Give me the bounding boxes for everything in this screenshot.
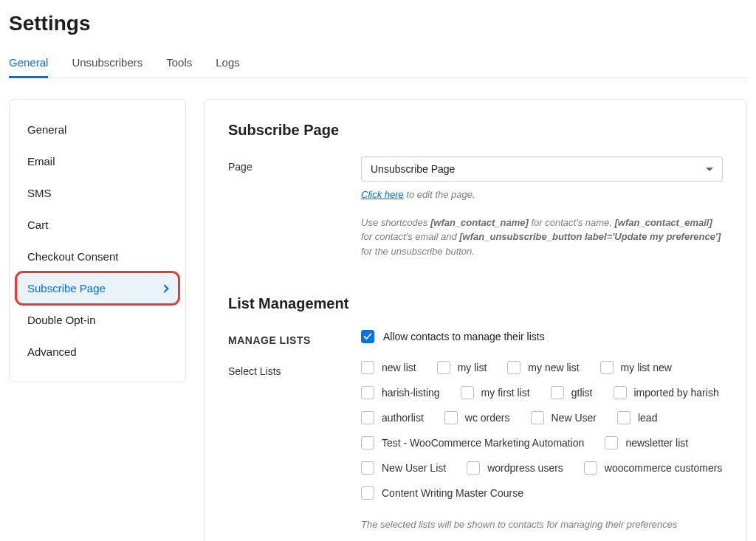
- list-label: my list new: [621, 362, 672, 373]
- list-label: lead: [638, 412, 657, 424]
- list-label: woocommerce customers: [605, 462, 723, 474]
- sidebar-item-email[interactable]: Email: [17, 146, 178, 176]
- sidebar-item-label: General: [27, 123, 66, 136]
- list-checkbox[interactable]: [361, 361, 374, 374]
- page-title: Settings: [9, 12, 747, 35]
- list-checkbox[interactable]: [531, 411, 544, 424]
- list-item: wordpress users: [467, 461, 563, 475]
- list-item: New User: [531, 411, 597, 424]
- list-checkbox[interactable]: [444, 411, 458, 424]
- list-item: gtlist: [551, 386, 593, 399]
- list-checkbox[interactable]: [617, 411, 630, 424]
- sidebar-item-label: Advanced: [27, 345, 77, 358]
- list-label: newsletter list: [625, 437, 688, 449]
- list-checkbox[interactable]: [361, 386, 374, 399]
- sidebar-item-cart[interactable]: Cart: [17, 210, 178, 240]
- sidebar-item-checkout-consent[interactable]: Checkout Consent: [17, 241, 178, 272]
- manage-lists-checkbox-label: Allow contacts to manage their lists: [383, 331, 545, 342]
- tab-logs[interactable]: Logs: [216, 49, 240, 78]
- lists-footer-note: The selected lists will be shown to cont…: [361, 517, 723, 532]
- list-label: New User: [551, 412, 597, 424]
- page-field-label: Page: [228, 156, 361, 173]
- list-checkbox[interactable]: [507, 361, 520, 374]
- list-item: harish-listing: [361, 386, 440, 399]
- list-item: New User List: [361, 461, 446, 475]
- settings-panel: Subscribe Page Page Unsubscribe Page Cli…: [204, 99, 747, 541]
- sidebar-item-general[interactable]: General: [17, 114, 178, 145]
- section-title-subscribe: Subscribe Page: [228, 122, 723, 139]
- page-select-value: Unsubscribe Page: [371, 163, 455, 175]
- list-label: New User List: [382, 462, 446, 474]
- sidebar-item-sms[interactable]: SMS: [17, 178, 178, 208]
- list-label: Test - WooCommerce Marketing Automation: [382, 437, 584, 449]
- list-label: new list: [382, 362, 416, 373]
- list-item: lead: [617, 411, 657, 424]
- select-lists-label: Select Lists: [228, 361, 361, 377]
- list-checkbox[interactable]: [361, 411, 374, 424]
- sidebar-item-label: Cart: [27, 218, 48, 231]
- list-item: Test - WooCommerce Marketing Automation: [361, 436, 584, 449]
- list-checkbox[interactable]: [437, 361, 450, 374]
- sidebar-item-label: Subscribe Page: [27, 282, 106, 294]
- page-select[interactable]: Unsubscribe Page: [361, 156, 723, 182]
- list-label: Content Writing Master Course: [382, 487, 523, 499]
- list-item: authorlist: [361, 411, 424, 424]
- click-here-link[interactable]: Click here: [361, 189, 404, 200]
- list-item: newsletter list: [605, 436, 688, 449]
- section-title-list-management: List Management: [228, 295, 723, 312]
- list-checkbox[interactable]: [600, 361, 614, 374]
- tab-unsubscribers[interactable]: Unsubscribers: [72, 49, 142, 78]
- settings-sidebar: GeneralEmailSMSCartCheckout ConsentSubsc…: [9, 99, 186, 382]
- tab-tools[interactable]: Tools: [166, 49, 192, 78]
- list-label: my first list: [481, 387, 530, 399]
- list-label: harish-listing: [382, 387, 440, 399]
- chevron-down-icon: [706, 168, 713, 171]
- list-checkbox[interactable]: [461, 386, 474, 399]
- sidebar-item-subscribe-page[interactable]: Subscribe Page: [17, 273, 178, 303]
- list-label: wc orders: [465, 412, 510, 424]
- list-checkbox[interactable]: [551, 386, 564, 399]
- manage-lists-label: MANAGE LISTS: [228, 330, 361, 346]
- edit-page-helper: Click here to edit the page.: [361, 187, 723, 202]
- sidebar-item-label: SMS: [27, 187, 52, 199]
- shortcode-helper: Use shortcodes [wfan_contact_name] for c…: [361, 216, 723, 259]
- tab-general[interactable]: General: [9, 49, 48, 78]
- list-label: gtlist: [571, 387, 593, 399]
- list-item: Content Writing Master Course: [361, 486, 523, 500]
- sidebar-item-advanced[interactable]: Advanced: [17, 337, 178, 367]
- list-item: imported by harish: [614, 386, 719, 399]
- list-item: new list: [361, 361, 416, 374]
- list-checkbox[interactable]: [361, 486, 374, 500]
- list-label: wordpress users: [487, 462, 563, 474]
- sidebar-item-double-opt-in[interactable]: Double Opt-in: [17, 305, 178, 335]
- sidebar-item-label: Email: [27, 155, 55, 168]
- list-checkbox[interactable]: [361, 461, 374, 475]
- list-item: my first list: [461, 386, 530, 399]
- list-checkbox[interactable]: [584, 461, 597, 475]
- list-checkbox[interactable]: [614, 386, 627, 399]
- list-label: authorlist: [382, 412, 424, 424]
- list-label: my new list: [528, 362, 579, 373]
- list-item: wc orders: [444, 411, 510, 424]
- manage-lists-checkbox[interactable]: [361, 330, 374, 343]
- list-checkbox[interactable]: [605, 436, 618, 449]
- list-label: imported by harish: [634, 387, 719, 399]
- chevron-right-icon: [160, 284, 168, 292]
- list-item: woocommerce customers: [584, 461, 723, 475]
- list-label: my list: [458, 362, 487, 373]
- tabs-bar: GeneralUnsubscribersToolsLogs: [9, 49, 747, 78]
- list-item: my list new: [600, 361, 672, 374]
- list-checkbox[interactable]: [361, 436, 374, 449]
- sidebar-item-label: Double Opt-in: [27, 314, 96, 326]
- list-item: my list: [437, 361, 487, 374]
- lists-grid: new listmy listmy new listmy list newhar…: [361, 361, 723, 500]
- list-item: my new list: [507, 361, 579, 374]
- list-checkbox[interactable]: [467, 461, 480, 475]
- sidebar-item-label: Checkout Consent: [27, 250, 118, 263]
